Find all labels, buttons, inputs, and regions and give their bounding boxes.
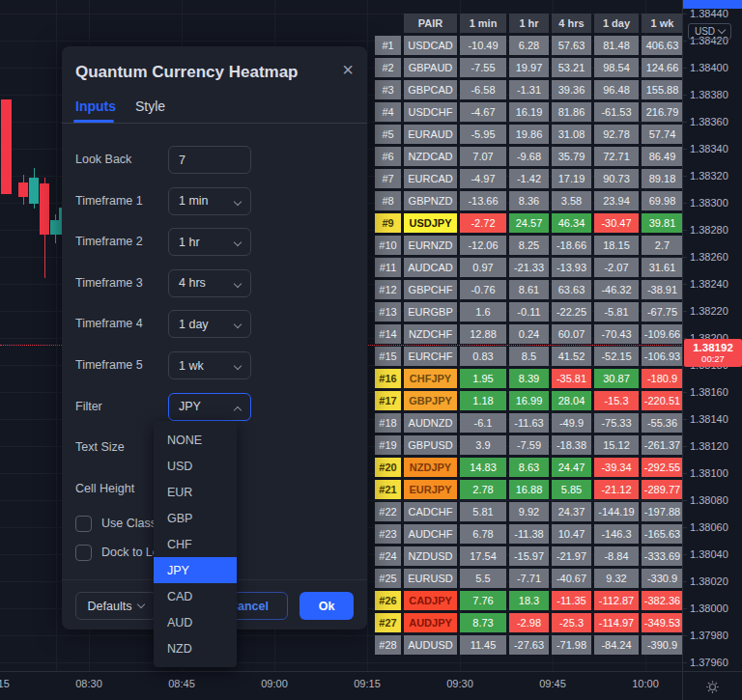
- field-select[interactable]: 1 min: [168, 187, 251, 215]
- pair-cell: AUDCHF: [404, 524, 457, 544]
- field-label: Timeframe 2: [75, 235, 143, 248]
- dropdown-item-usd[interactable]: USD: [154, 453, 237, 479]
- value-cell: 216.79: [642, 102, 683, 122]
- value-cell: -35.81: [552, 369, 591, 388]
- field-select[interactable]: 1 hr: [168, 228, 251, 256]
- value-cell: -5.81: [594, 302, 639, 322]
- field-select[interactable]: 4 hrs: [168, 269, 251, 297]
- value-cell: 0.97: [460, 258, 506, 277]
- candle-body: [18, 182, 28, 197]
- value-cell: -46.32: [594, 280, 639, 299]
- value-cell: -2.07: [594, 258, 639, 277]
- pair-cell: GBPAUD: [404, 58, 457, 77]
- rank-cell: #28: [375, 635, 401, 655]
- pair-cell: CADJPY: [404, 591, 457, 610]
- rank-cell: #9: [375, 213, 401, 233]
- value-cell: -390.9: [642, 635, 683, 655]
- field-select[interactable]: 1 day: [168, 310, 251, 338]
- value-cell: 46.34: [552, 213, 591, 233]
- rank-cell: #25: [375, 569, 401, 588]
- value-cell: -109.66: [642, 324, 683, 344]
- field-input[interactable]: 7: [168, 146, 251, 174]
- dropdown-item-gbp[interactable]: GBP: [154, 505, 237, 531]
- price-tick-label: 1.38000: [690, 602, 728, 614]
- dropdown-item-nzd[interactable]: NZD: [154, 635, 237, 661]
- tab-inputs[interactable]: Inputs: [75, 98, 116, 114]
- time-tick-label: 09:00: [261, 678, 288, 689]
- checkbox-row-dock-left[interactable]: Dock to Left: [75, 544, 166, 561]
- pair-cell: CHFJPY: [404, 369, 457, 388]
- value-cell: 8.36: [509, 191, 549, 210]
- value-cell: -30.47: [594, 213, 639, 233]
- dock-left-checkbox[interactable]: [75, 545, 92, 561]
- rank-cell: #13: [375, 302, 401, 322]
- dropdown-item-chf[interactable]: CHF: [154, 531, 237, 557]
- value-cell: -10.49: [460, 36, 506, 55]
- price-tick-label: 1.38120: [690, 440, 728, 452]
- pair-cell: EURCAD: [404, 169, 457, 188]
- defaults-label: Defaults: [88, 600, 132, 613]
- dropdown-item-eur[interactable]: EUR: [154, 479, 237, 505]
- value-cell: 39.81: [642, 213, 683, 233]
- field-select[interactable]: JPY: [168, 393, 251, 421]
- value-cell: -84.24: [594, 635, 639, 655]
- value-cell: 8.39: [509, 369, 549, 388]
- dropdown-item-cad[interactable]: CAD: [154, 583, 237, 609]
- value-cell: 35.79: [552, 147, 591, 166]
- tab-style[interactable]: Style: [135, 98, 165, 114]
- table-header-cell: 1 min: [460, 14, 506, 33]
- rank-cell: #6: [375, 147, 401, 166]
- price-tick-label: 1.37980: [690, 630, 728, 641]
- value-cell: 7.76: [460, 591, 506, 610]
- ok-button[interactable]: Ok: [300, 592, 354, 620]
- value-cell: -9.68: [509, 147, 549, 166]
- current-price-badge: 1.38192 00:27: [684, 339, 742, 367]
- dropdown-item-none[interactable]: NONE: [154, 427, 237, 453]
- rank-cell: #7: [375, 169, 401, 188]
- value-cell: 81.48: [594, 36, 639, 55]
- value-cell: 18.15: [594, 236, 639, 255]
- value-cell: -289.77: [642, 480, 683, 499]
- value-cell: 1.18: [460, 391, 506, 410]
- rank-cell: #15: [375, 347, 401, 366]
- rank-cell: #17: [375, 391, 401, 410]
- price-tick-label: 1.38040: [690, 548, 728, 560]
- pair-cell: GBPUSD: [404, 435, 457, 455]
- pair-cell: EURNZD: [404, 236, 457, 255]
- rank-cell: #1: [375, 36, 401, 55]
- field-select[interactable]: 1 wk: [168, 351, 251, 379]
- axis-settings-button[interactable]: [682, 672, 742, 700]
- price-axis[interactable]: 1.384401.384201.384001.383801.383601.383…: [682, 0, 742, 671]
- value-cell: 11.45: [460, 635, 506, 655]
- chevron-down-icon: [137, 601, 145, 608]
- value-cell: 3.58: [552, 191, 591, 210]
- price-tick-label: 1.38360: [690, 116, 728, 127]
- rank-cell: #10: [375, 236, 401, 255]
- value-cell: 10.47: [552, 524, 591, 544]
- price-tick-label: 1.38240: [690, 278, 728, 290]
- value-cell: 14.83: [460, 458, 506, 477]
- rank-cell: #14: [375, 324, 401, 344]
- close-icon[interactable]: ×: [342, 59, 354, 81]
- price-tick-label: 1.38340: [690, 143, 728, 154]
- time-tick-label: 09:30: [446, 678, 473, 689]
- rank-cell: #16: [375, 369, 401, 388]
- price-tick-label: 1.38260: [690, 251, 728, 263]
- checkbox-row-use-classic[interactable]: Use Classic: [75, 515, 165, 532]
- pair-cell: EURAUD: [404, 125, 457, 144]
- currency-selector[interactable]: USD: [688, 23, 731, 40]
- dropdown-item-jpy[interactable]: JPY: [154, 557, 237, 583]
- time-axis[interactable]: 08:1508:3008:4509:0009:1509:3009:4510:00: [0, 671, 742, 700]
- gear-icon: [705, 680, 720, 694]
- field-label: Timeframe 1: [75, 194, 143, 208]
- value-cell: -0.11: [509, 302, 549, 322]
- use-classic-checkbox[interactable]: [75, 516, 92, 532]
- pair-cell: USDCHF: [404, 102, 457, 122]
- price-tick-label: 1.38020: [690, 575, 728, 587]
- defaults-button[interactable]: Defaults: [75, 592, 157, 620]
- value-cell: 15.12: [594, 435, 639, 455]
- rank-cell: #8: [375, 191, 401, 210]
- pair-cell: GBPJPY: [404, 391, 457, 410]
- dropdown-item-aud[interactable]: AUD: [154, 609, 237, 635]
- table-header-cell: 4 hrs: [552, 14, 591, 33]
